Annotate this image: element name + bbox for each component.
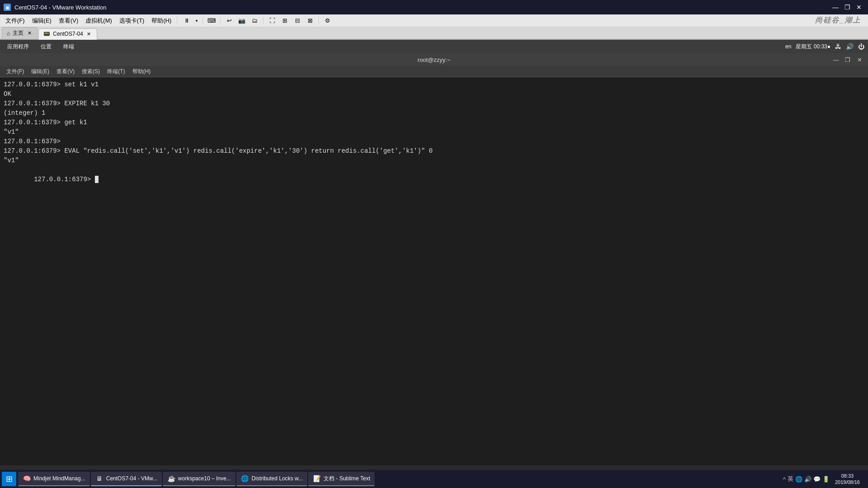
tray-battery[interactable]: 🔋 (822, 476, 830, 483)
taskbar-item-workspace[interactable]: ☕ workspace10 – Inve... (163, 472, 235, 486)
term-menu-terminal[interactable]: 终端(T) (103, 67, 128, 76)
taskbar-item-mindjet[interactable]: 🧠 Mindjet MindManag... (18, 472, 90, 486)
vmware-icon: ▣ (4, 4, 11, 11)
network-icon[interactable]: 🖧 (835, 43, 841, 50)
terminal-line-1: OK (4, 89, 864, 99)
taskbar-item-workspace-label: workspace10 – Inve... (178, 475, 231, 482)
term-menu-view[interactable]: 查看(V) (53, 67, 78, 76)
minimize-button[interactable]: — (830, 2, 841, 13)
taskbar-clock[interactable]: 08:33 2019/08/16 (832, 473, 863, 486)
close-button[interactable]: ✕ (854, 2, 864, 13)
workspace-icon: ☕ (167, 474, 175, 483)
centos-icon: 📟 (43, 31, 50, 37)
title-bar-left: ▣ CentOS7-04 - VMware Workstation (4, 4, 107, 11)
terminal-line-5: "v1" (4, 127, 864, 137)
unity-button[interactable]: ⊞ (279, 16, 291, 26)
title-bar-controls: — ❐ ✕ (830, 2, 864, 13)
tab-centos-close[interactable]: ✕ (86, 31, 92, 37)
taskbar-item-sublime[interactable]: 📝 文档 - Sublime Text (308, 472, 375, 486)
toolbar-sep3 (263, 17, 263, 25)
fullscreen-button[interactable]: ⛶ (266, 16, 278, 26)
menu-view[interactable]: 查看(V) (55, 15, 82, 26)
terminal-maximize-button[interactable]: ❐ (843, 55, 853, 64)
volume-icon[interactable]: 🔊 (846, 43, 854, 50)
terminal-title-bar: root@zzyy:~ — ❐ ✕ (0, 53, 868, 66)
logo-text: 尚硅谷_湖上 (815, 16, 861, 25)
tab-centos[interactable]: 📟 CentOS7-04 ✕ (38, 28, 97, 40)
toolbar-group: ⏸ ▾ ⌨ ↩ 📷 🗂 ⛶ ⊞ ⊟ ⊠ ⚙ (181, 16, 333, 26)
terminal-content[interactable]: 127.0.0.1:6379> set k1 v1 OK 127.0.0.1:6… (0, 77, 868, 465)
terminal-close-button[interactable]: ✕ (854, 55, 864, 64)
pref-button[interactable]: ⚙ (322, 16, 333, 26)
taskbar-item-vmware[interactable]: 🖥 CentOS7-04 - VMw... (91, 472, 162, 486)
taskbar-item-sublime-label: 文档 - Sublime Text (324, 475, 370, 483)
send-keys-button[interactable]: ⌨ (206, 16, 217, 26)
tab-home-label: 主页 (13, 29, 23, 37)
tray-lang[interactable]: 英 (788, 475, 793, 483)
menu-vm[interactable]: 虚拟机(M) (82, 15, 116, 26)
terminal-line-3: (integer) 1 (4, 108, 864, 118)
term-menu-help[interactable]: 帮助(H) (129, 67, 155, 76)
terminal-minimize-button[interactable]: — (831, 55, 841, 64)
tab-bar: ⌂ 主页 ✕ 📟 CentOS7-04 ✕ (0, 27, 868, 40)
terminal-line-0: 127.0.0.1:6379> set k1 v1 (4, 80, 864, 89)
terminal-title: root@zzyy:~ (418, 56, 450, 63)
tab-centos-label: CentOS7-04 (53, 31, 83, 37)
taskbar: ⊞ 🧠 Mindjet MindManag... 🖥 CentOS7-04 - … (0, 470, 868, 488)
terminal-menu: 文件(F) 编辑(E) 查看(V) 搜索(S) 终端(T) 帮助(H) (0, 66, 868, 77)
view4-button[interactable]: ⊠ (304, 16, 316, 26)
vmware-window: ▣ CentOS7-04 - VMware Workstation — ❐ ✕ … (0, 0, 868, 488)
tab-home-close[interactable]: ✕ (26, 30, 33, 37)
tray-expand[interactable]: ^ (783, 476, 786, 483)
menu-separator (177, 17, 177, 25)
term-menu-search[interactable]: 搜索(S) (78, 67, 103, 76)
terminal-line-2: 127.0.0.1:6379> EXPIRE k1 30 (4, 99, 864, 108)
view3-button[interactable]: ⊟ (291, 16, 303, 26)
clock-time: 08:33 (841, 473, 854, 479)
taskbar-items: 🧠 Mindjet MindManag... 🖥 CentOS7-04 - VM… (18, 472, 375, 486)
clock-date: 2019/08/16 (835, 479, 860, 485)
locale-label: en (785, 43, 791, 50)
terminal-line-6: 127.0.0.1:6379> (4, 137, 864, 146)
terminal-line-7: 127.0.0.1:6379> EVAL "redis.call('set','… (4, 146, 864, 156)
sys-tray: ^ 英 🌐 🔊 💬 🔋 (783, 475, 830, 483)
taskbar-item-mindjet-label: Mindjet MindManag... (33, 475, 85, 482)
system-bar-left: 应用程序 位置 终端 (4, 42, 78, 52)
pause-button[interactable]: ⏸ (181, 16, 192, 26)
terminal-line-8: "v1" (4, 156, 864, 165)
menu-tabs[interactable]: 选项卡(T) (116, 15, 148, 26)
terminal-cursor (95, 176, 99, 183)
snapshot-manager-button[interactable]: 🗂 (249, 16, 260, 26)
term-menu-file[interactable]: 文件(F) (3, 67, 28, 76)
vmware-menu-bar: 文件(F) 编辑(E) 查看(V) 虚拟机(M) 选项卡(T) 帮助(H) ⏸ … (0, 14, 868, 27)
tray-speaker[interactable]: 🔊 (804, 476, 812, 483)
taskbar-item-distributed-label: Distributed Locks w... (252, 475, 303, 482)
revert-button[interactable]: ↩ (223, 16, 235, 26)
tray-network[interactable]: 🌐 (795, 476, 802, 483)
system-bar-right: en 星期五 00:33● 🖧 🔊 ⏻ (785, 43, 864, 51)
distributed-icon: 🌐 (241, 474, 249, 483)
snapshot-button[interactable]: 📷 (236, 16, 248, 26)
menu-file[interactable]: 文件(F) (2, 15, 28, 26)
terminal-line-9: 127.0.0.1:6379> (4, 165, 864, 194)
terminal-menu[interactable]: 终端 (60, 42, 78, 52)
mindjet-icon: 🧠 (23, 474, 31, 483)
taskbar-item-distributed[interactable]: 🌐 Distributed Locks w... (236, 472, 307, 486)
apps-menu[interactable]: 应用程序 (4, 42, 33, 52)
home-icon: ⌂ (7, 30, 10, 37)
pause-dropdown-arrow[interactable]: ▾ (193, 16, 200, 26)
term-menu-edit[interactable]: 编辑(E) (28, 67, 53, 76)
menu-help[interactable]: 帮助(H) (148, 15, 175, 26)
vmware-taskbar-icon: 🖥 (95, 474, 103, 483)
toolbar-sep2 (220, 17, 221, 25)
menu-edit[interactable]: 编辑(E) (28, 15, 55, 26)
title-bar: ▣ CentOS7-04 - VMware Workstation — ❐ ✕ (0, 0, 868, 14)
start-button[interactable]: ⊞ (2, 472, 16, 486)
system-bar: 应用程序 位置 终端 en 星期五 00:33● 🖧 🔊 ⏻ (0, 40, 868, 53)
location-menu[interactable]: 位置 (37, 42, 55, 52)
tray-chat[interactable]: 💬 (813, 476, 821, 483)
terminal-line-4: 127.0.0.1:6379> get k1 (4, 118, 864, 127)
maximize-button[interactable]: ❐ (842, 2, 853, 13)
tab-home[interactable]: ⌂ 主页 ✕ (2, 27, 38, 39)
power-icon[interactable]: ⏻ (858, 43, 864, 50)
